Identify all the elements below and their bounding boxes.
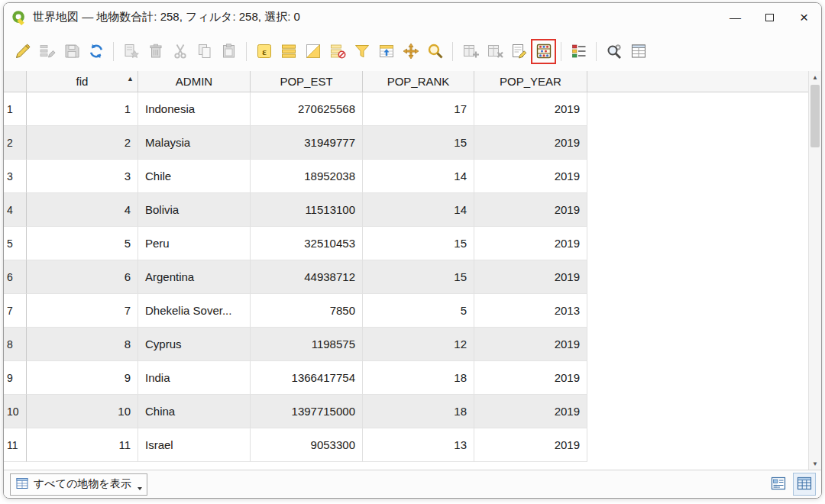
toggle-editing-button[interactable] [11,40,34,63]
vertical-scrollbar[interactable]: ▲ ▼ [808,71,821,470]
scroll-up-button[interactable]: ▲ [809,71,821,83]
cell-admin[interactable]: India [138,361,251,395]
cell-fid[interactable]: 5 [27,227,138,260]
row-header[interactable]: 3 [4,160,27,193]
copy-button[interactable] [193,40,215,63]
cell-pop-est[interactable]: 1198575 [251,328,363,361]
reload-table-button[interactable] [85,40,107,63]
table-row[interactable]: 4 4 Bolivia 11513100 14 2019 [4,193,587,227]
invert-selection-button[interactable] [302,40,324,63]
cell-fid[interactable]: 7 [27,294,138,328]
cell-pop-rank[interactable]: 14 [363,193,474,227]
table-row[interactable]: 1 1 Indonesia 270625568 17 2019 [4,92,587,126]
select-all-button[interactable] [277,40,299,63]
cell-fid[interactable]: 8 [27,328,138,361]
cell-pop-rank[interactable]: 14 [363,160,474,193]
column-header-admin[interactable]: ADMIN [138,71,251,92]
row-header[interactable]: 7 [4,294,27,328]
cell-pop-rank[interactable]: 18 [363,361,474,395]
cell-admin[interactable]: Israel [138,428,251,462]
row-header[interactable]: 6 [4,260,27,294]
actions-button[interactable] [603,40,625,63]
cell-fid[interactable]: 4 [27,193,138,227]
form-view-button[interactable] [768,473,789,495]
cell-fid[interactable]: 11 [27,428,138,462]
cell-pop-est[interactable]: 270625568 [251,92,363,126]
maximize-button[interactable] [752,3,787,31]
row-header[interactable]: 11 [4,428,27,462]
conditional-formatting-button[interactable] [568,40,590,63]
cell-fid[interactable]: 2 [27,126,138,160]
filter-form-button[interactable] [351,40,373,63]
cell-pop-est[interactable]: 18952038 [251,160,363,193]
cell-admin[interactable]: Bolivia [138,193,251,227]
titlebar[interactable]: 世界地図 — 地物数合計: 258, フィルタ: 258, 選択: 0 — × [4,3,821,31]
corner-header[interactable] [4,71,27,92]
column-header-fid[interactable]: fid ▲ [27,71,138,92]
row-header[interactable]: 8 [4,328,27,361]
table-view-button[interactable] [794,473,815,495]
column-header-pop-year[interactable]: POP_YEAR [474,71,587,92]
cell-pop-est[interactable]: 44938712 [251,260,363,294]
cell-admin[interactable]: Malaysia [138,126,251,160]
cell-admin[interactable]: Indonesia [138,92,251,126]
dock-attribute-table-button[interactable] [627,40,649,63]
cell-pop-est[interactable]: 1397715000 [251,395,363,428]
column-header-pop-est[interactable]: POP_EST [251,71,363,92]
minimize-button[interactable]: — [718,3,752,31]
new-field-button[interactable] [459,40,481,63]
table-row[interactable]: 6 6 Argentina 44938712 15 2019 [4,260,587,294]
row-header[interactable]: 4 [4,193,27,227]
row-header[interactable]: 9 [4,361,27,395]
cell-fid[interactable]: 3 [27,160,138,193]
cell-pop-year[interactable]: 2019 [474,193,587,227]
cell-admin[interactable]: Argentina [138,260,251,294]
cell-pop-year[interactable]: 2019 [474,428,587,462]
cell-pop-rank[interactable]: 15 [363,260,474,294]
table-row[interactable]: 7 7 Dhekelia Sover... 7850 5 2013 [4,294,587,328]
cell-admin[interactable]: Peru [138,227,251,260]
field-calculator-button[interactable] [532,40,555,63]
cell-pop-est[interactable]: 9053300 [251,428,363,462]
close-button[interactable]: × [787,3,821,31]
table-row[interactable]: 2 2 Malaysia 31949777 15 2019 [4,126,587,160]
cell-fid[interactable]: 9 [27,361,138,395]
cell-fid[interactable]: 10 [27,395,138,428]
cut-button[interactable] [169,40,191,63]
cell-pop-rank[interactable]: 12 [363,328,474,361]
feature-filter-button[interactable]: すべての地物を表示 [10,473,147,496]
table-row[interactable]: 9 9 India 1366417754 18 2019 [4,361,587,395]
cell-pop-est[interactable]: 31949777 [251,126,363,160]
column-header-pop-rank[interactable]: POP_RANK [363,71,474,92]
cell-pop-rank[interactable]: 18 [363,395,474,428]
paste-button[interactable] [218,40,240,63]
row-header[interactable]: 5 [4,227,27,260]
cell-admin[interactable]: Chile [138,160,251,193]
cell-pop-rank[interactable]: 15 [363,126,474,160]
table-row[interactable]: 10 10 China 1397715000 18 2019 [4,395,587,428]
add-feature-button[interactable] [120,40,142,63]
multiedit-mode-button[interactable] [36,40,58,63]
zoom-to-selection-button[interactable] [424,40,446,63]
delete-features-button[interactable] [144,40,167,63]
cell-pop-year[interactable]: 2013 [474,294,587,328]
cell-pop-est[interactable]: 11513100 [251,193,363,227]
cell-pop-rank[interactable]: 17 [363,92,474,126]
scrollbar-thumb[interactable] [810,85,820,147]
cell-admin[interactable]: Cyprus [138,328,251,361]
cell-admin[interactable]: China [138,395,251,428]
cell-pop-year[interactable]: 2019 [474,361,587,395]
pan-to-selection-button[interactable] [400,40,422,63]
table-row[interactable]: 5 5 Peru 32510453 15 2019 [4,227,587,260]
cell-pop-year[interactable]: 2019 [474,92,587,126]
row-header[interactable]: 10 [4,395,27,428]
row-header[interactable]: 1 [4,92,27,126]
scroll-down-button[interactable]: ▼ [809,457,821,470]
move-selection-top-button[interactable] [375,40,397,63]
row-header[interactable]: 2 [4,126,27,160]
cell-pop-est[interactable]: 32510453 [251,227,363,260]
table-row[interactable]: 11 11 Israel 9053300 13 2019 [4,428,587,462]
cell-pop-year[interactable]: 2019 [474,260,587,294]
cell-pop-year[interactable]: 2019 [474,126,587,160]
cell-pop-est[interactable]: 7850 [251,294,363,328]
